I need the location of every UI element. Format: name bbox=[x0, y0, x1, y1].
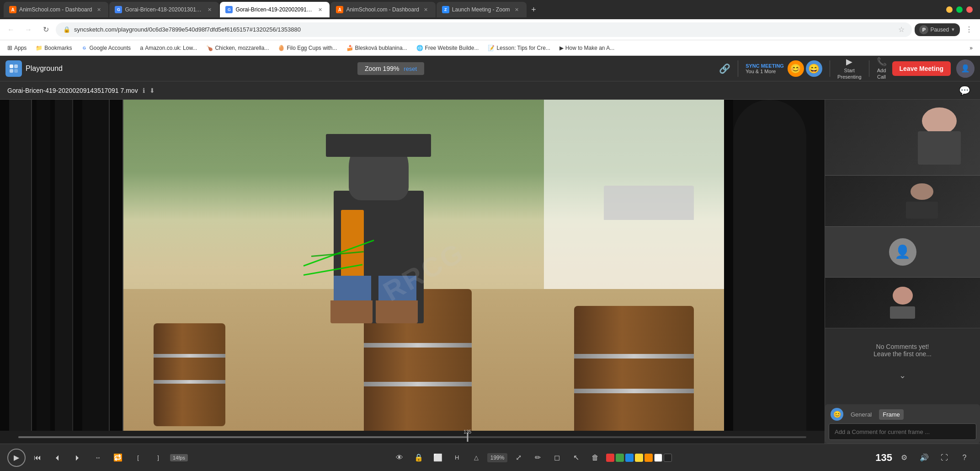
bookmark-filo[interactable]: 🥚 Filo Egg Cups with... bbox=[274, 43, 341, 53]
video-area[interactable]: RRCG 135 bbox=[0, 100, 825, 444]
bookmark-bleskova-label: Blesková bublanina... bbox=[355, 45, 407, 51]
forward-button[interactable]: → bbox=[21, 22, 36, 37]
tab-close-1[interactable]: ✕ bbox=[95, 5, 103, 14]
tab-zoom[interactable]: Z Launch Meeting - Zoom ✕ bbox=[437, 2, 527, 17]
tab-animschool-2[interactable]: A AnimSchool.com - Dashboard ✕ bbox=[330, 2, 435, 17]
link-icon[interactable]: 🔗 bbox=[719, 63, 730, 74]
play-button[interactable]: ▶ bbox=[7, 449, 26, 467]
bookmarks-more[interactable]: » bbox=[966, 43, 976, 53]
loop-button[interactable]: 🔁 bbox=[110, 450, 126, 466]
bookmark-apps-label: Apps bbox=[14, 45, 27, 51]
scrubber-bar[interactable]: 135 bbox=[18, 436, 806, 438]
address-bar[interactable]: 🔒 syncsketch.com/playground/0c6d3e7899e5… bbox=[56, 22, 912, 37]
tab-bar: A AnimSchool.com - Dashboard ✕ G Gorai-B… bbox=[0, 0, 980, 19]
bookmark-amazon[interactable]: a Amazon.co.uk: Low... bbox=[136, 43, 201, 53]
maximize-button[interactable] bbox=[956, 6, 963, 13]
filo-icon: 🥚 bbox=[278, 45, 285, 51]
add-call-icon: 📞 bbox=[877, 57, 887, 67]
eraser-button[interactable]: ◻ bbox=[549, 450, 565, 466]
back-button[interactable]: ← bbox=[4, 22, 18, 37]
close-button[interactable] bbox=[966, 6, 973, 13]
bookmark-how-to[interactable]: ▶ How to Make an A... bbox=[556, 43, 618, 53]
browser-chrome: A AnimSchool.com - Dashboard ✕ G Gorai-B… bbox=[0, 0, 980, 56]
refresh-button[interactable]: ↻ bbox=[38, 22, 53, 37]
minimize-button[interactable] bbox=[946, 6, 953, 13]
reset-link[interactable]: reset bbox=[404, 65, 417, 72]
zoom-avatar-face: 😄 bbox=[806, 60, 822, 77]
transform-button[interactable]: ⬜ bbox=[430, 450, 446, 466]
google-favicon: G bbox=[81, 45, 87, 51]
add-call-button[interactable]: 📞 AddCall bbox=[877, 57, 887, 80]
bookmarks-bar: ⊞ Apps 📁 Bookmarks G Google Accounts a A… bbox=[0, 40, 980, 56]
extensions-button[interactable]: ⋮ bbox=[962, 22, 976, 37]
help-button[interactable]: ? bbox=[956, 450, 973, 466]
bookmark-star-icon[interactable]: ☆ bbox=[898, 25, 905, 34]
bookmark-lesson[interactable]: 📝 Lesson: Tips for Cre... bbox=[484, 43, 554, 53]
delete-drawing-button[interactable]: 🗑 bbox=[587, 450, 603, 466]
tab-close-3[interactable]: ✕ bbox=[316, 5, 324, 14]
settings-button[interactable]: ⚙ bbox=[896, 450, 912, 466]
ss-logo[interactable]: Playground bbox=[5, 60, 63, 77]
transform-2-button[interactable]: ⤢ bbox=[510, 450, 527, 466]
bleskova-icon: 🍰 bbox=[346, 45, 353, 51]
bookmark-free-website[interactable]: 🌐 Free Website Builde... bbox=[413, 43, 483, 53]
color-blue[interactable] bbox=[625, 454, 634, 462]
fullscreen-button[interactable]: ⛶ bbox=[936, 450, 953, 466]
skip-to-start-button[interactable]: ⏮ bbox=[29, 450, 46, 466]
chat-icon-button[interactable]: 💬 bbox=[956, 82, 973, 99]
color-green[interactable] bbox=[616, 454, 624, 462]
comment-tab-general[interactable]: General bbox=[847, 409, 875, 420]
bookmark-apps[interactable]: ⊞ Apps bbox=[4, 43, 30, 53]
color-yellow[interactable] bbox=[635, 454, 643, 462]
leave-meeting-button[interactable]: Leave Meeting bbox=[892, 61, 951, 76]
barrel-left bbox=[154, 323, 226, 427]
step-back-button[interactable]: ⏴ bbox=[49, 450, 66, 466]
tab-close-2[interactable]: ✕ bbox=[205, 5, 213, 14]
volume-button[interactable]: 🔊 bbox=[916, 450, 932, 466]
zoom-display: Zoom 199% reset bbox=[357, 62, 424, 75]
comment-input-field[interactable] bbox=[829, 423, 976, 440]
frame-range-button[interactable]: ↔ bbox=[90, 450, 106, 466]
tab-close-5[interactable]: ✕ bbox=[513, 5, 521, 14]
file-download-icon[interactable]: ⬇ bbox=[149, 87, 155, 94]
out-point-button[interactable]: ] bbox=[150, 450, 166, 466]
tab-favicon-1: A bbox=[9, 6, 16, 13]
color-red[interactable] bbox=[606, 454, 614, 462]
step-forward-button[interactable]: ⏵ bbox=[69, 450, 86, 466]
color-orange[interactable] bbox=[644, 454, 653, 462]
flip-h-button[interactable]: H bbox=[449, 450, 465, 466]
bookmark-bookmarks[interactable]: 📁 Bookmarks bbox=[32, 43, 75, 53]
flip-v-button[interactable]: △ bbox=[468, 450, 485, 466]
tab-gorai-419[interactable]: G Gorai-Bricen-419-20200209143... ✕ bbox=[220, 2, 330, 17]
paused-button[interactable]: P Paused ▼ bbox=[915, 23, 960, 36]
toolbar-center: 👁 🔒 ⬜ H △ 199% ⤢ ✏ ◻ ↖ 🗑 bbox=[391, 450, 672, 466]
expand-comments-chevron[interactable]: ⌄ bbox=[831, 370, 975, 380]
in-point-button[interactable]: [ bbox=[130, 450, 146, 466]
participant-video-1 bbox=[825, 100, 980, 176]
bookmark-filo-label: Filo Egg Cups with... bbox=[287, 45, 337, 51]
file-info-icon[interactable]: ℹ bbox=[143, 87, 145, 94]
no-video-avatar-3: 👤 bbox=[889, 238, 916, 266]
select-button[interactable]: ↖ bbox=[568, 450, 584, 466]
ss-header: Playground Zoom 199% reset 🔗 SYNC MEETIN… bbox=[0, 56, 980, 81]
tab-close-4[interactable]: ✕ bbox=[422, 5, 430, 14]
hide-drawings-button[interactable]: 👁 bbox=[391, 450, 408, 466]
bookmark-chicken[interactable]: 🍗 Chicken, mozzarella... bbox=[202, 43, 272, 53]
color-white[interactable] bbox=[654, 454, 662, 462]
new-tab-button[interactable]: + bbox=[527, 3, 540, 16]
color-black[interactable] bbox=[664, 454, 672, 462]
draw-button[interactable]: ✏ bbox=[529, 450, 546, 466]
tab-gorai-418[interactable]: G Gorai-Bricen-418-20200130194... ✕ bbox=[109, 2, 219, 17]
comment-tab-frame[interactable]: Frame bbox=[879, 409, 904, 420]
bookmark-bleskova[interactable]: 🍰 Blesková bublanina... bbox=[343, 43, 411, 53]
barrel-right bbox=[574, 306, 694, 444]
start-presenting-button[interactable]: ▶ StartPresenting bbox=[837, 57, 862, 80]
apps-icon: ⊞ bbox=[7, 44, 12, 51]
bookmark-google[interactable]: G Google Accounts bbox=[77, 43, 134, 53]
tab-animschool-1[interactable]: A AnimSchool.com - Dashboard ✕ bbox=[4, 2, 108, 17]
sync-you-more-label: You & 1 More bbox=[746, 69, 784, 74]
file-title-bar: Gorai-Bricen-419-20200209143517091 7.mov… bbox=[0, 81, 980, 100]
main-content: RRCG 135 bbox=[0, 100, 980, 444]
lock-button[interactable]: 🔒 bbox=[410, 450, 427, 466]
user-profile-button[interactable]: 👤 bbox=[956, 59, 975, 78]
